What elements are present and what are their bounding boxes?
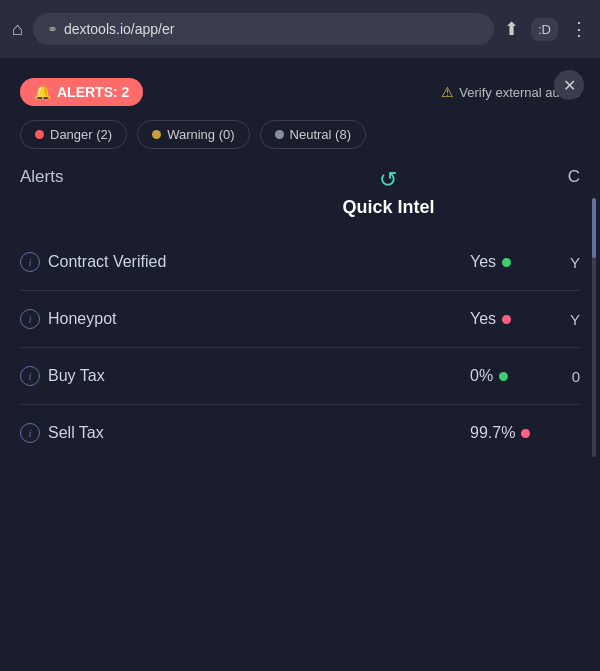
contract-verified-status-dot	[502, 258, 511, 267]
table-row: i Contract Verified Yes Y	[20, 234, 580, 291]
honeypot-value: Yes	[470, 310, 560, 328]
sell-tax-status-dot	[521, 429, 530, 438]
filter-pill-neutral[interactable]: Neutral (8)	[260, 120, 366, 149]
sell-tax-value: 99.7%	[470, 424, 560, 442]
info-icon-honeypot[interactable]: i	[20, 309, 40, 329]
table-row: i Sell Tax 99.7%	[20, 405, 580, 461]
quick-intel-title: Quick Intel	[342, 197, 434, 217]
close-icon: ✕	[563, 76, 576, 95]
contract-verified-val-text: Yes	[470, 253, 496, 271]
sell-tax-text: Sell Tax	[48, 424, 104, 442]
buy-tax-text: Buy Tax	[48, 367, 105, 385]
honeypot-partial: Y	[560, 311, 580, 328]
filter-pill-danger[interactable]: Danger (2)	[20, 120, 127, 149]
filter-row: Danger (2) Warning (0) Neutral (8)	[20, 120, 580, 149]
alerts-row: 🔔 ALERTS: 2 ⚠ Verify external audits	[20, 78, 580, 106]
buy-tax-status-dot	[499, 372, 508, 381]
quick-intel-partial: C	[568, 167, 580, 187]
alerts-badge[interactable]: 🔔 ALERTS: 2	[20, 78, 143, 106]
more-menu-icon[interactable]: ⋮	[570, 18, 588, 40]
quick-intel-header: ↺ Quick Intel	[199, 167, 567, 218]
honeypot-val-text: Yes	[470, 310, 496, 328]
home-icon[interactable]: ⌂	[12, 19, 23, 40]
warning-triangle-icon: ⚠	[441, 84, 454, 100]
url-text: dextools.io/app/er	[64, 21, 175, 37]
section-heading-row: Alerts ↺ Quick Intel C	[20, 167, 580, 228]
bell-icon: 🔔	[34, 84, 51, 100]
contract-verified-partial: Y	[560, 254, 580, 271]
info-icon-contract[interactable]: i	[20, 252, 40, 272]
refresh-icon[interactable]: ↺	[209, 167, 567, 193]
url-lock-icon: ⚭	[47, 22, 58, 37]
honeypot-text: Honeypot	[48, 310, 117, 328]
main-panel: ✕ 🔔 ALERTS: 2 ⚠ Verify external audits D…	[0, 58, 600, 477]
sell-tax-val-text: 99.7%	[470, 424, 515, 442]
info-icon-sell-tax[interactable]: i	[20, 423, 40, 443]
close-button[interactable]: ✕	[554, 70, 584, 100]
table-row: i Honeypot Yes Y	[20, 291, 580, 348]
neutral-dot-icon	[275, 130, 284, 139]
info-icon-buy-tax[interactable]: i	[20, 366, 40, 386]
buy-tax-val-text: 0%	[470, 367, 493, 385]
contract-verified-text: Contract Verified	[48, 253, 166, 271]
buy-tax-value: 0%	[470, 367, 560, 385]
table-row: i Buy Tax 0% 0	[20, 348, 580, 405]
danger-dot-icon	[35, 130, 44, 139]
warning-dot-icon	[152, 130, 161, 139]
browser-chrome: ⌂ ⚭ dextools.io/app/er ⬆ :D ⋮	[0, 0, 600, 58]
contract-verified-value: Yes	[470, 253, 560, 271]
buy-tax-label: i Buy Tax	[20, 366, 470, 386]
danger-label: Danger (2)	[50, 127, 112, 142]
scroll-thumb[interactable]	[592, 198, 596, 258]
browser-actions: ⬆ :D ⋮	[504, 18, 588, 41]
sell-tax-label: i Sell Tax	[20, 423, 470, 443]
alerts-section-label: Alerts	[20, 167, 199, 187]
neutral-label: Neutral (8)	[290, 127, 351, 142]
url-bar[interactable]: ⚭ dextools.io/app/er	[33, 13, 494, 45]
scrollbar[interactable]	[592, 198, 596, 457]
filter-pill-warning[interactable]: Warning (0)	[137, 120, 249, 149]
honeypot-label: i Honeypot	[20, 309, 470, 329]
contract-verified-label: i Contract Verified	[20, 252, 470, 272]
share-icon[interactable]: ⬆	[504, 18, 519, 40]
honeypot-status-dot	[502, 315, 511, 324]
alerts-badge-label: ALERTS: 2	[57, 84, 129, 100]
warning-label: Warning (0)	[167, 127, 234, 142]
emoji-button[interactable]: :D	[531, 18, 558, 41]
buy-tax-partial: 0	[560, 368, 580, 385]
